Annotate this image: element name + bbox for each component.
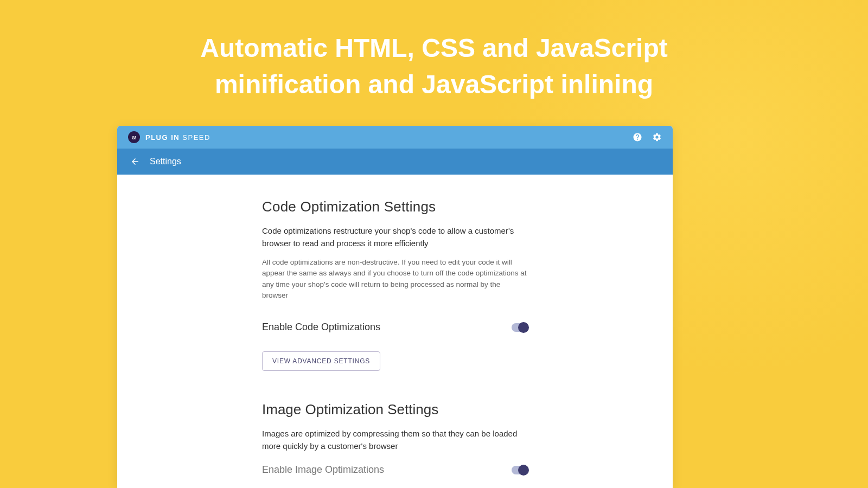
gear-icon[interactable] bbox=[652, 132, 662, 142]
toggle-knob-icon bbox=[518, 465, 529, 476]
brand-logo-icon: u bbox=[128, 131, 140, 143]
breadcrumb: Settings bbox=[117, 149, 673, 175]
brand-text: PLUG IN SPEED bbox=[145, 133, 210, 142]
brand-light: SPEED bbox=[182, 133, 210, 142]
app-window: u PLUG IN SPEED Settings Code Optimizati… bbox=[117, 126, 673, 488]
code-section-title: Code Optimization Settings bbox=[262, 198, 528, 215]
topbar: u PLUG IN SPEED bbox=[117, 126, 673, 149]
enable-code-opt-row: Enable Code Optimizations bbox=[262, 322, 528, 333]
enable-code-opt-toggle[interactable] bbox=[512, 323, 528, 332]
code-section-note: All code optimizations are non-destructi… bbox=[262, 257, 528, 301]
code-section-desc: Code optimizations restructure your shop… bbox=[262, 225, 528, 249]
brand-bold: PLUG IN bbox=[145, 133, 180, 142]
brand: u PLUG IN SPEED bbox=[128, 131, 210, 143]
content: Code Optimization Settings Code optimiza… bbox=[117, 175, 673, 488]
image-section-title: Image Optimization Settings bbox=[262, 401, 528, 418]
toggle-knob-icon bbox=[518, 322, 529, 333]
enable-code-opt-label: Enable Code Optimizations bbox=[262, 322, 380, 333]
help-icon[interactable] bbox=[633, 132, 642, 142]
image-section-desc: Images are optimized by compressing them… bbox=[262, 428, 528, 452]
back-arrow-icon[interactable] bbox=[130, 157, 140, 166]
breadcrumb-label: Settings bbox=[150, 157, 181, 166]
enable-image-opt-toggle[interactable] bbox=[512, 466, 528, 474]
hero-title: Automatic HTML, CSS and JavaScript minif… bbox=[0, 30, 868, 102]
enable-image-opt-row: Enable Image Optimizations bbox=[262, 464, 528, 476]
view-advanced-settings-button[interactable]: VIEW ADVANCED SETTINGS bbox=[262, 351, 380, 371]
enable-image-opt-label: Enable Image Optimizations bbox=[262, 464, 384, 476]
